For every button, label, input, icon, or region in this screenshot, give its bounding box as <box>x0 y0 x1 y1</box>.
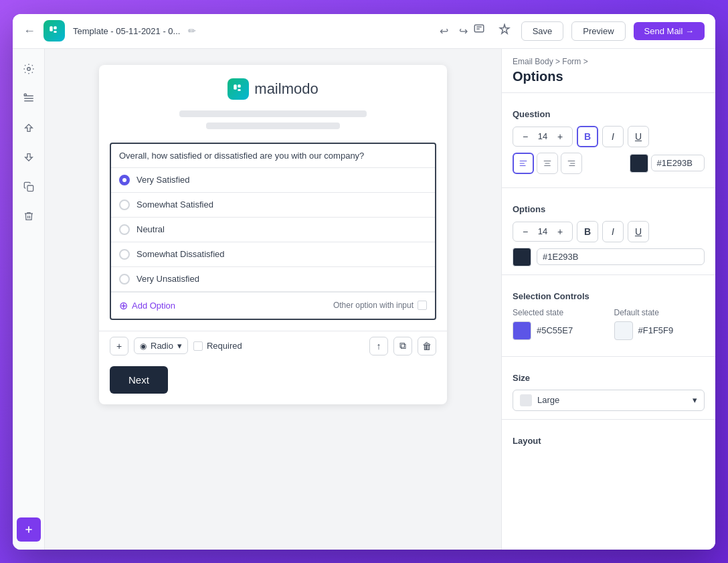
header-center: ↩ ↪ <box>437 22 470 40</box>
form-option-3[interactable]: Somewhat Dissatisfied <box>111 242 435 267</box>
options-font-increase[interactable]: + <box>553 225 567 238</box>
default-state-group: Default state #F1F5F9 <box>614 308 705 340</box>
save-button[interactable]: Save <box>521 21 564 41</box>
form-option-0[interactable]: Very Satisfied <box>111 168 435 193</box>
question-align-center[interactable] <box>537 153 558 174</box>
question-align-left[interactable] <box>513 153 534 174</box>
question-bold-button[interactable]: B <box>577 126 598 147</box>
copy-field-icon: ⧉ <box>399 340 406 351</box>
default-color-value: #F1F5F9 <box>638 325 674 335</box>
question-color-value[interactable]: #1E293B <box>651 155 705 171</box>
question-color-swatch[interactable] <box>630 154 648 173</box>
right-panel: Email Body > Form > Options Question − 1… <box>501 49 715 550</box>
other-option-checkbox[interactable] <box>418 301 427 310</box>
layout-section: Layout <box>502 428 715 454</box>
svg-rect-8 <box>27 185 33 191</box>
layout-label: Layout <box>513 436 705 446</box>
move-up-button[interactable]: ↑ <box>369 337 388 355</box>
move-up-icon: ↑ <box>377 341 381 351</box>
edit-icon[interactable]: ✏ <box>188 25 196 36</box>
back-button[interactable]: ← <box>23 24 35 38</box>
options-section-title: Options <box>513 204 705 214</box>
radio-option-2[interactable] <box>119 224 130 235</box>
redo-button[interactable]: ↪ <box>456 22 470 40</box>
form-section: Overall, how satisfied or dissatisfied a… <box>110 143 436 320</box>
question-font-increase[interactable]: + <box>553 130 567 143</box>
magic-icon[interactable] <box>496 21 513 41</box>
options-font-size-control: − 14 + <box>513 222 573 242</box>
sidebar-add-icon[interactable] <box>17 517 41 542</box>
question-font-size-value: 14 <box>535 131 551 141</box>
sidebar-delete-icon[interactable] <box>17 204 41 228</box>
selection-controls-title: Selection Controls <box>513 291 705 301</box>
comment-icon[interactable] <box>470 21 488 41</box>
template-name: Template - 05-11-2021 - 0... <box>73 26 180 36</box>
next-button[interactable]: Next <box>110 366 168 394</box>
question-section: Question − 14 + B I U <box>502 101 715 187</box>
selected-color-value: #5C55E7 <box>537 325 573 335</box>
panel-divider-4 <box>502 356 715 357</box>
add-field-button[interactable]: + <box>110 337 128 355</box>
sidebar-copy-icon[interactable] <box>17 175 41 199</box>
options-bold-button[interactable]: B <box>577 221 598 242</box>
placeholder-line-1 <box>179 110 367 117</box>
selection-controls-row: Selected state #5C55E7 Default state #F1… <box>513 308 705 340</box>
sidebar-move-up-icon[interactable] <box>17 116 41 140</box>
undo-button[interactable]: ↩ <box>437 22 451 40</box>
question-font-size-control: − 14 + <box>513 127 573 147</box>
logo-icon <box>43 20 65 42</box>
sidebar-layers-icon[interactable] <box>17 86 41 110</box>
send-mail-button[interactable]: Send Mail → <box>634 22 705 40</box>
default-color-swatch[interactable] <box>614 321 633 340</box>
form-option-4[interactable]: Very Unsatisfied <box>111 267 435 292</box>
add-option-button[interactable]: ⊕ Add Option <box>119 299 175 312</box>
question-italic-button[interactable]: I <box>602 126 624 147</box>
option-label-0: Very Satisfied <box>136 175 190 185</box>
option-label-1: Somewhat Satisfied <box>136 199 213 210</box>
canvas-area: mailmodo Overall, how satisfied or dissa… <box>45 49 501 550</box>
required-toggle[interactable]: Required <box>193 341 242 351</box>
size-section-title: Size <box>513 373 705 383</box>
options-color-swatch[interactable] <box>513 248 531 266</box>
header-left: ← Template - 05-11-2021 - 0... ✏ <box>23 20 437 42</box>
delete-field-button[interactable]: 🗑 <box>418 337 436 355</box>
svg-rect-7 <box>24 94 26 96</box>
question-font-controls: − 14 + B I U <box>513 126 705 147</box>
size-value: Large <box>537 395 559 405</box>
question-underline-button[interactable]: U <box>628 126 649 147</box>
brand-name: mailmodo <box>254 80 318 98</box>
sidebar-move-down-icon[interactable] <box>17 145 41 169</box>
panel-divider-3 <box>502 274 715 275</box>
options-font-decrease[interactable]: − <box>519 225 532 238</box>
form-option-2[interactable]: Neutral <box>111 218 435 242</box>
copy-field-button[interactable]: ⧉ <box>393 337 412 355</box>
question-font-decrease[interactable]: − <box>519 130 532 143</box>
question-align-right[interactable] <box>561 153 582 174</box>
brand-logo-icon <box>227 78 249 100</box>
left-sidebar <box>13 49 45 550</box>
radio-option-1[interactable] <box>119 199 130 210</box>
preview-button[interactable]: Preview <box>571 21 625 41</box>
radio-icon: ◉ <box>140 341 147 351</box>
sidebar-settings-icon[interactable] <box>17 57 41 81</box>
options-color-value[interactable]: #1E293B <box>537 248 705 265</box>
placeholder-line-2 <box>206 123 340 129</box>
option-label-4: Very Unsatisfied <box>136 274 199 284</box>
field-type-select[interactable]: ◉ Radio ▾ <box>134 337 188 354</box>
brand-logo: mailmodo <box>227 78 318 100</box>
size-dropdown[interactable]: Large ▾ <box>513 390 705 411</box>
canvas-header: mailmodo <box>99 65 447 143</box>
form-option-1[interactable]: Somewhat Satisfied <box>111 193 435 218</box>
selected-color-swatch[interactable] <box>513 321 531 340</box>
radio-option-3[interactable] <box>119 249 130 260</box>
radio-option-4[interactable] <box>119 274 130 285</box>
svg-rect-13 <box>238 89 242 91</box>
options-italic-button[interactable]: I <box>602 221 624 242</box>
other-option: Other option with input <box>333 301 427 310</box>
size-dropdown-icon <box>520 394 532 406</box>
options-underline-button[interactable]: U <box>628 221 649 242</box>
required-checkbox[interactable] <box>193 341 203 351</box>
panel-divider-2 <box>502 187 715 188</box>
option-label-2: Neutral <box>136 224 165 234</box>
radio-option-0[interactable] <box>119 175 130 185</box>
